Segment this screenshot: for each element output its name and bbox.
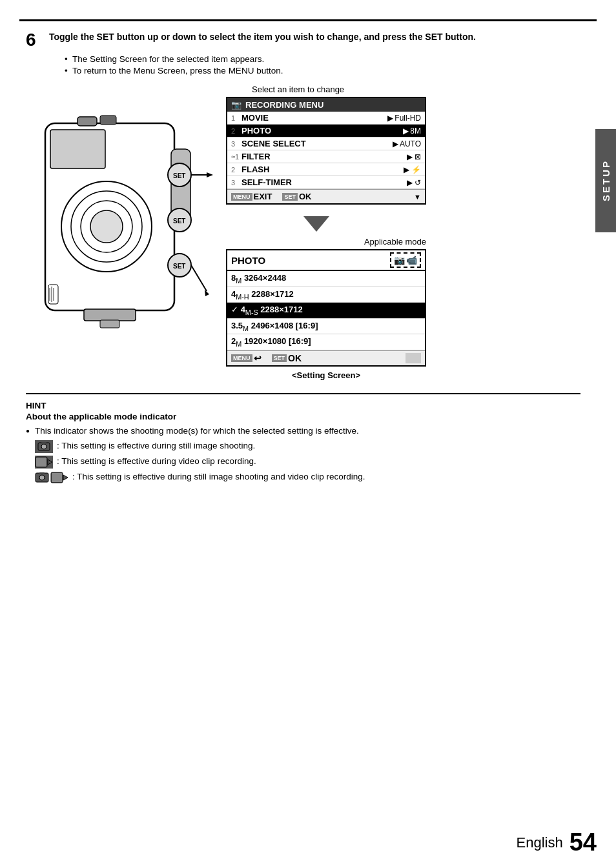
svg-marker-35 [63,475,68,480]
step-header: 6 Toggle the SET button up or down to se… [26,31,580,49]
hint-sub-item-photo: : This setting is effective during still… [35,440,580,453]
svg-line-23 [191,265,207,291]
menu-btn-label: MENU [231,193,252,201]
photo-row-8m: 8M 3264×2448 [227,271,425,287]
exit-label: EXIT [254,192,272,201]
rec-menu-row-selftimer: 3 SELF-TIMER ▶ ↺ [227,176,425,189]
photo-scroll-area [406,353,421,363]
photo-panel: PHOTO 📷 📹 8M 3264×2448 4M-H 2288×1712 ✓ … [226,249,426,367]
svg-rect-6 [77,117,97,126]
bullet-list: The Setting Screen for the selected item… [65,54,580,76]
rec-menu-title-row: 📷 RECORDING MENU [227,98,425,112]
svg-rect-19 [84,309,136,321]
photo-title: PHOTO [231,255,265,266]
photo-size-4ms: ✓ 4M-S 2288×1712 [231,305,303,316]
hint-main-item: This indicator shows the shooting mode(s… [26,425,580,484]
photo-size-35m: 3.5M 2496×1408 [16:9] [231,321,318,332]
row-value-photo: ▶ 8M [403,126,421,136]
hint-sub-list: : This setting is effective during still… [35,440,580,484]
svg-point-26 [41,444,46,449]
hint-subtitle: About the applicable mode indicator [26,412,580,421]
top-border [19,19,597,21]
svg-rect-5 [50,130,105,168]
page-footer: English 54 [517,829,597,856]
svg-point-4 [90,210,123,243]
select-item-label: Select an item to change [252,85,344,94]
hint-sub-item-both: : This setting is effective during still… [35,471,580,484]
svg-marker-22 [207,172,213,177]
svg-rect-30 [36,458,46,467]
main-content: 6 Toggle the SET button up or down to se… [19,25,587,494]
set-btn-label: SET [282,193,298,201]
setup-tab: SETUP [595,129,616,232]
rec-menu-row-movie: 1 MOVIE ▶ Full-HD [227,112,425,125]
video-icon-box [35,456,53,469]
photo-row-2m: 2M 1920×1080 [16:9] [227,334,425,350]
photo-panel-footer: MENU ↩ SET OK [227,350,425,365]
photo-icon-box [35,440,53,453]
photo-back-symbol: ↩ [254,353,262,363]
camera-illustration: SET SET SET [39,85,220,356]
row-label-flash: FLASH [241,165,404,174]
row-label-movie: MOVIE [241,113,387,123]
row-num-2: 2 [231,127,241,135]
hint-section: HINT About the applicable mode indicator… [26,401,580,484]
row-label-selftimer: SELF-TIMER [241,177,407,187]
row-num-1: 1 [231,114,241,122]
row-value-scene: ▶ AUTO [393,139,421,148]
menus-area: Select an item to change 📷 RECORDING MEN… [220,85,580,380]
hint-photo-text: : This setting is effective during still… [57,440,255,452]
rec-menu-row-flash: 2 FLASH ▶ ⚡ [227,163,425,176]
photo-menu-btn: MENU [231,354,252,362]
video-mode-icon: 📹 [406,255,417,265]
photo-size-2m: 2M 1920×1080 [16:9] [231,336,311,348]
row-label-filter: FILTER [241,152,407,161]
mode-icons: 📷 📹 [390,252,421,268]
svg-rect-7 [100,116,116,125]
rec-menu-row-scene: 3 SCENE SELECT ▶ AUTO [227,137,425,150]
row-num-f1: ≈1 [231,153,241,161]
svg-rect-27 [41,442,46,444]
row-num-f2: 2 [231,166,241,174]
photo-ok-label: OK [288,353,302,363]
hint-main-text: This indicator shows the shooting mode(s… [35,426,359,436]
svg-rect-20 [100,320,119,328]
rec-menu-footer: MENU EXIT SET OK ▼ [227,189,425,203]
step-number: 6 [26,31,41,49]
arrow-down-container [303,216,329,234]
hint-title: HINT [26,401,580,410]
svg-point-32 [39,475,45,480]
bullet-item-1: The Setting Screen for the selected item… [65,54,580,64]
recording-menu: 📷 RECORDING MENU 1 MOVIE ▶ Full-HD 2 PHO… [226,97,426,205]
svg-rect-33 [39,472,45,474]
row-value-flash: ▶ ⚡ [404,165,421,174]
photo-mode-icon: 📷 [394,255,405,265]
svg-rect-36 [52,473,62,482]
row-label-scene: SCENE SELECT [241,139,393,148]
step-title: Toggle the SET button up or down to sele… [49,31,476,44]
language-text: English [517,834,563,851]
bullet-item-2: To return to the Menu Screen, press the … [65,66,580,76]
row-value-filter: ▶ ⊠ [407,152,421,161]
rec-menu-row-filter: ≈1 FILTER ▶ ⊠ [227,150,425,163]
both-icon-box [35,471,68,484]
svg-text:SET: SET [173,217,185,225]
row-value-selftimer: ▶ ↺ [407,178,421,187]
setup-label: SETUP [601,159,611,201]
photo-set-btn: SET [272,354,287,362]
page-number: 54 [570,829,597,856]
row-num-3: 3 [231,140,241,148]
bottom-separator [26,393,580,394]
row-num-f3: 3 [231,179,241,187]
rec-menu-title: RECORDING MENU [245,100,323,110]
scroll-arrow: ▼ [414,193,421,201]
row-label-photo: PHOTO [241,126,403,136]
setting-screen-label: <Setting Screen> [226,370,426,380]
hint-both-text: : This setting is effective during still… [72,471,365,483]
photo-row-4mh: 4M-H 2288×1712 [227,287,425,303]
rec-menu-row-photo: 2 PHOTO ▶ 8M [227,125,425,137]
photo-size-8m: 8M 3264×2448 [231,273,286,285]
row-value-movie: ▶ Full-HD [387,114,421,123]
photo-row-35m: 3.5M 2496×1408 [16:9] [227,319,425,335]
photo-row-4ms: ✓ 4M-S 2288×1712 [227,303,425,319]
